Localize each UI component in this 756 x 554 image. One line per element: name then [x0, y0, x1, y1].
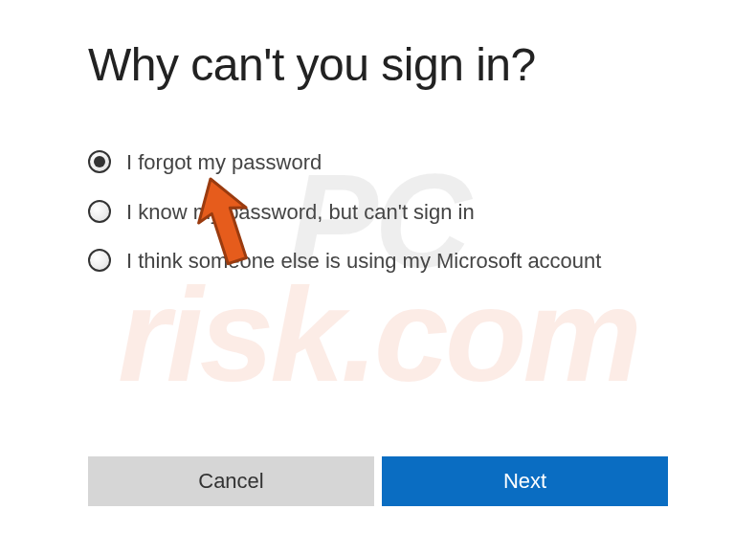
radio-icon: [88, 150, 111, 173]
svg-marker-0: [187, 171, 249, 269]
page-title: Why can't you sign in?: [88, 38, 668, 91]
next-button[interactable]: Next: [382, 456, 668, 506]
cancel-button[interactable]: Cancel: [88, 456, 374, 506]
annotation-arrow-icon: [172, 169, 249, 275]
watermark-text-2: risk.com: [118, 277, 638, 391]
dialog-buttons: Cancel Next: [88, 456, 668, 506]
radio-icon: [88, 200, 111, 223]
radio-icon: [88, 249, 111, 272]
